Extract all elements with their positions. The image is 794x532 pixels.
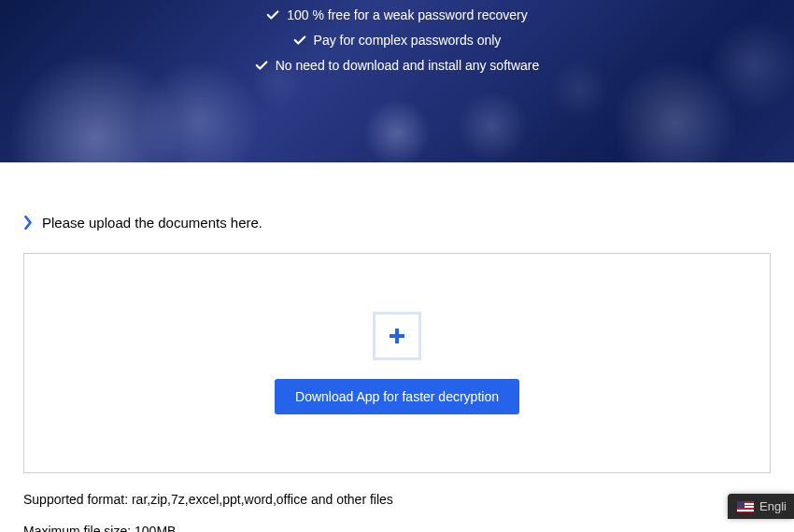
language-label: Engli [759,499,787,513]
us-flag-icon [737,501,754,512]
plus-icon [386,325,408,347]
add-file-button[interactable] [373,312,421,360]
upload-header: Please upload the documents here. [23,215,771,231]
hero-banner: 100 % free for a weak password recovery … [0,0,794,162]
download-app-button[interactable]: Download App for faster decryption [275,379,519,414]
check-icon [266,8,279,21]
max-file-size-text: Maximum file size: 100MB [23,524,771,532]
supported-format-text: Supported format: rar,zip,7z,excel,ppt,w… [23,492,771,507]
feature-item: No need to download and install any soft… [255,58,540,73]
language-selector[interactable]: Engli [728,494,794,519]
feature-item: 100 % free for a weak password recovery [266,7,528,22]
chevron-right-icon [23,217,33,230]
feature-item: Pay for complex passwords only [293,33,502,48]
feature-text: Pay for complex passwords only [314,33,502,48]
feature-list: 100 % free for a weak password recovery … [0,0,794,73]
feature-text: 100 % free for a weak password recovery [287,7,528,22]
feature-text: No need to download and install any soft… [276,58,540,73]
upload-dropzone[interactable]: Download App for faster decryption [23,253,771,473]
content-area: Please upload the documents here. Downlo… [0,215,794,532]
upload-title: Please upload the documents here. [42,215,262,231]
check-icon [293,34,306,47]
check-icon [255,59,268,72]
